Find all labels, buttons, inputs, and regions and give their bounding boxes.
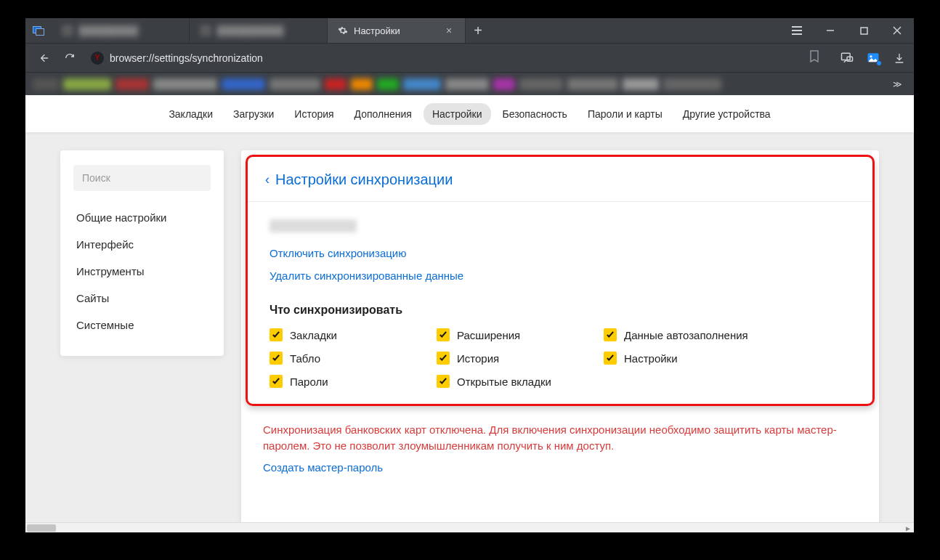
downloads-icon[interactable] [892, 51, 907, 65]
topmenu-item[interactable]: Безопасность [494, 103, 576, 125]
sidebar-item[interactable]: Инструменты [60, 258, 224, 285]
close-tab-button[interactable]: × [443, 25, 455, 36]
scrollbar-thumb[interactable] [27, 524, 56, 532]
menu-button[interactable] [780, 18, 814, 43]
topmenu-item[interactable]: История [285, 103, 342, 125]
checkbox-label[interactable]: Открытые вкладки [457, 376, 551, 388]
sidebar-item[interactable]: Системные [60, 312, 224, 338]
warning-block: Синхронизация банковских карт отключена.… [241, 410, 879, 474]
bookmark-chip[interactable] [116, 78, 149, 90]
reload-button[interactable] [59, 47, 81, 69]
settings-search-input[interactable] [73, 165, 211, 191]
scroll-right-icon[interactable]: ► [902, 523, 914, 532]
new-tab-button[interactable]: + [466, 18, 490, 43]
checkbox[interactable] [270, 375, 283, 388]
bookmark-chip[interactable] [623, 78, 659, 90]
sync-checkbox: Данные автозаполнения [604, 328, 851, 341]
checkbox[interactable] [270, 328, 283, 341]
back-chevron-icon[interactable]: ‹ [265, 172, 270, 187]
create-master-password-link[interactable]: Создать мастер-пароль [263, 461, 383, 474]
warning-text: Синхронизация банковских карт отключена.… [263, 422, 857, 454]
disable-sync-link[interactable]: Отключить синхронизацию [270, 247, 851, 259]
sync-checkbox: Закладки [270, 328, 437, 341]
sidebar-item[interactable]: Интерфейс [60, 231, 224, 258]
tab-label: Настройки [354, 25, 400, 36]
delete-sync-data-link[interactable]: Удалить синхронизированные данные [270, 269, 851, 282]
checkbox-label[interactable]: Пароли [290, 376, 328, 388]
picture-badge-icon[interactable] [866, 51, 880, 65]
topmenu-item[interactable]: Дополнения [346, 103, 421, 125]
tabs-strip: ████████ █████████ Настройки × + [52, 18, 780, 43]
topmenu-item[interactable]: Загрузки [224, 103, 283, 125]
bookmarks-overflow-button[interactable]: ≫ [888, 79, 907, 89]
checkbox-label[interactable]: Расширения [457, 329, 520, 341]
checkbox-label[interactable]: Данные автозаполнения [624, 329, 748, 341]
bookmark-chip[interactable] [351, 78, 373, 90]
bookmark-chip[interactable] [153, 78, 217, 90]
bookmark-chip[interactable] [325, 78, 347, 90]
minimize-icon [826, 26, 835, 35]
url-box[interactable]: Y browser://settings/synchronization [85, 47, 825, 69]
checkbox-label[interactable]: Табло [290, 352, 320, 365]
minimize-button[interactable] [814, 18, 847, 43]
checkbox[interactable] [437, 352, 450, 365]
cascade-windows-icon[interactable] [33, 26, 44, 35]
checkbox[interactable] [437, 328, 450, 341]
bookmark-chip[interactable] [377, 78, 399, 90]
blue-badge-icon [876, 60, 882, 66]
checkbox[interactable] [270, 352, 283, 365]
url-text: browser://settings/synchronization [110, 52, 263, 64]
checkbox[interactable] [604, 352, 617, 365]
content-area: ЗакладкиЗагрузкиИсторияДополненияНастрой… [25, 95, 914, 532]
bookmark-chip[interactable] [567, 78, 618, 90]
maximize-button[interactable] [847, 18, 880, 43]
site-identity-icon[interactable]: Y [91, 52, 104, 65]
highlight-box: ‹ Настройки синхронизации Отключить синх… [246, 155, 875, 406]
bookmark-chip[interactable] [445, 78, 489, 90]
sync-checkbox: История [437, 352, 604, 365]
topmenu-item[interactable]: Закладки [160, 103, 222, 125]
tab[interactable]: █████████ [190, 18, 328, 43]
sync-what-section: Что синхронизировать ЗакладкиРасширенияД… [248, 282, 872, 388]
checkbox[interactable] [437, 375, 450, 388]
sync-check-grid: ЗакладкиРасширенияДанные автозаполненияТ… [270, 328, 851, 388]
sync-checkbox: Расширения [437, 328, 604, 341]
sidebar-item[interactable]: Общие настройки [60, 204, 224, 231]
checkbox-label[interactable]: Настройки [624, 352, 678, 365]
address-bar: Y browser://settings/synchronization [25, 43, 914, 72]
sync-heading: Что синхронизировать [270, 304, 851, 317]
topmenu-item[interactable]: Другие устройства [674, 103, 779, 125]
bookmark-chip[interactable] [33, 78, 59, 90]
bookmark-chip[interactable] [493, 78, 515, 90]
bookmark-chip[interactable] [519, 78, 563, 90]
tab-favicon-icon [62, 25, 73, 36]
close-icon [893, 26, 901, 35]
bookmark-chip[interactable] [663, 78, 721, 90]
topmenu-item[interactable]: Настройки [424, 103, 491, 125]
gear-icon [338, 25, 348, 36]
tab[interactable]: ████████ [52, 18, 190, 43]
bookmark-chip[interactable] [63, 78, 111, 90]
checkbox-label[interactable]: Закладки [290, 329, 337, 341]
hamburger-icon [792, 26, 802, 35]
feedback-icon[interactable] [840, 51, 854, 65]
sidebar-item[interactable]: Сайты [60, 285, 224, 312]
bookmark-icon[interactable] [809, 50, 819, 65]
settings-topmenu: ЗакладкиЗагрузкиИсторияДополненияНастрой… [25, 95, 914, 133]
back-button[interactable] [33, 47, 54, 69]
bookmark-chip[interactable] [403, 78, 441, 90]
tab-favicon-icon [200, 25, 211, 36]
close-window-button[interactable] [880, 18, 914, 43]
bookmark-chip[interactable] [270, 78, 320, 90]
topmenu-item[interactable]: Пароли и карты [579, 103, 671, 125]
bookmark-chip[interactable] [222, 78, 265, 90]
reload-icon [64, 52, 76, 64]
settings-main-panel: ‹ Настройки синхронизации Отключить синх… [241, 150, 879, 528]
horizontal-scrollbar[interactable]: ◄ ► [25, 522, 914, 532]
panel-header: ‹ Настройки синхронизации [248, 157, 872, 202]
checkbox[interactable] [604, 328, 617, 341]
sync-checkbox: Пароли [270, 375, 437, 388]
tab-active[interactable]: Настройки × [328, 18, 466, 43]
checkbox-label[interactable]: История [457, 352, 499, 365]
arrow-left-icon [38, 52, 49, 64]
